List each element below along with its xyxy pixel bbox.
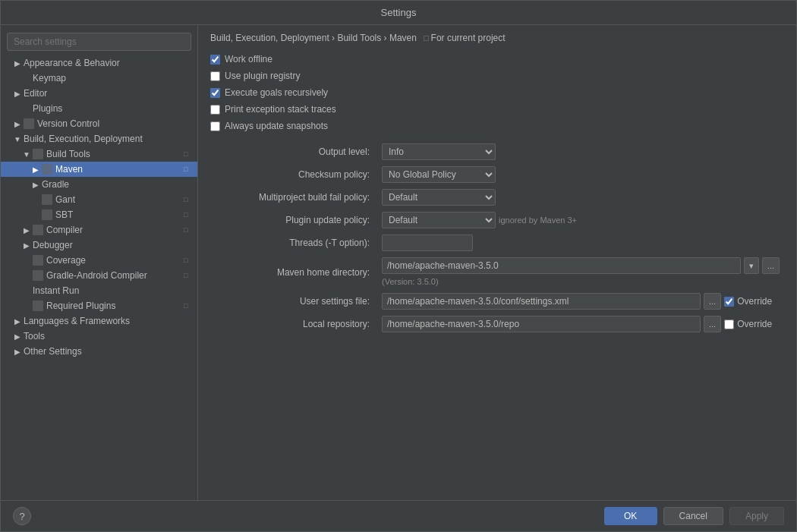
tree-item-label: Gradle-Android Compiler (46, 270, 147, 281)
work-offline-label[interactable]: Work offline (225, 54, 272, 65)
tree-item-icon (42, 209, 52, 220)
execute-goals-label[interactable]: Execute goals recursively (225, 87, 328, 98)
sidebar-item-tools[interactable]: ▶Tools (1, 329, 197, 344)
output-level-row: Output level: Info Debug Warning Error (210, 140, 784, 163)
plugin-update-row: Plugin update policy: Default Always Nev… (210, 209, 784, 231)
tree-item-icon (42, 164, 52, 175)
tree-item-label: Required Plugins (46, 301, 115, 311)
plugin-update-label: Plugin update policy: (210, 209, 377, 231)
sidebar-item-debugger[interactable]: ▶Debugger (1, 238, 197, 253)
tree-item-label: Instant Run (33, 285, 79, 296)
external-link-icon: □ (184, 211, 191, 219)
user-settings-input[interactable] (382, 293, 701, 310)
sidebar-item-editor[interactable]: ▶Editor (1, 86, 197, 101)
always-update-label[interactable]: Always update snapshots (225, 121, 328, 131)
user-settings-browse-btn[interactable]: ... (704, 293, 721, 310)
sidebar-item-maven[interactable]: ▶Maven□ (1, 162, 197, 177)
local-repo-input[interactable] (382, 316, 701, 332)
multiproject-wrap: Default Fail At End Never Fail Fail Fast (382, 189, 780, 206)
sidebar-item-keymap[interactable]: Keymap (1, 71, 197, 86)
sidebar-item-gradle[interactable]: ▶Gradle (1, 177, 197, 192)
maven-home-browse-btn[interactable]: ... (762, 257, 780, 274)
sidebar-item-other-settings[interactable]: ▶Other Settings (1, 344, 197, 359)
plugin-update-wrap: Default Always Never Daily ignored by Ma… (382, 212, 780, 228)
threads-cell (377, 231, 784, 254)
maven-home-dropdown-btn[interactable]: ▾ (744, 257, 759, 274)
print-exception-checkbox[interactable] (210, 105, 220, 115)
maven-home-cell: ▾ ... (Version: 3.5.0) (377, 254, 784, 290)
sidebar-item-plugins[interactable]: Plugins (1, 101, 197, 116)
user-settings-path-row: ... Override (382, 293, 780, 310)
tree-item-icon (33, 149, 43, 159)
maven-home-input[interactable] (382, 257, 741, 274)
execute-goals-checkbox[interactable] (210, 88, 220, 98)
sidebar-item-gant[interactable]: Gant□ (1, 192, 197, 207)
threads-input[interactable] (382, 235, 473, 251)
tree-arrow: ▶ (31, 165, 40, 174)
local-override-label[interactable]: Override (737, 319, 772, 329)
multiproject-select[interactable]: Default Fail At End Never Fail Fail Fast (382, 189, 496, 206)
help-button[interactable]: ? (13, 507, 31, 525)
checksum-cell: No Global Policy Fail Warn Ignore (377, 163, 784, 186)
tree-item-label: Tools (24, 331, 45, 342)
sidebar-item-version-control[interactable]: ▶Version Control (1, 116, 197, 131)
plugin-hint: ignored by Maven 3+ (499, 216, 577, 225)
maven-home-label: Maven home directory: (210, 254, 377, 290)
sidebar-item-sbt[interactable]: SBT□ (1, 207, 197, 222)
use-plugin-registry-checkbox[interactable] (210, 71, 220, 81)
user-override-label[interactable]: Override (737, 296, 772, 307)
print-exception-label[interactable]: Print exception stack traces (225, 104, 336, 115)
multiproject-cell: Default Fail At End Never Fail Fail Fast (377, 186, 784, 209)
use-plugin-registry-label[interactable]: Use plugin registry (225, 71, 300, 81)
ok-button[interactable]: OK (604, 507, 657, 525)
work-offline-checkbox[interactable] (210, 55, 220, 65)
sidebar-item-instant-run[interactable]: Instant Run (1, 283, 197, 298)
tree-arrow: ▶ (13, 90, 22, 98)
sidebar-item-build-tools[interactable]: ▼Build Tools□ (1, 146, 197, 162)
checksum-select[interactable]: No Global Policy Fail Warn Ignore (382, 166, 496, 183)
cancel-button[interactable]: Cancel (663, 507, 723, 525)
plugin-update-select[interactable]: Default Always Never Daily (382, 212, 496, 228)
project-icon: □ (424, 33, 429, 42)
checkboxes-container: Work offlineUse plugin registryExecute g… (210, 54, 784, 131)
sidebar-item-languages[interactable]: ▶Languages & Frameworks (1, 313, 197, 329)
project-label: For current project (431, 33, 506, 43)
sidebar-item-compiler[interactable]: ▶Compiler□ (1, 222, 197, 238)
multiproject-label: Multiproject build fail policy: (210, 186, 377, 209)
output-level-select[interactable]: Info Debug Warning Error (382, 143, 496, 160)
tree-item-label: Keymap (33, 73, 66, 83)
tree-arrow: ▼ (13, 135, 22, 143)
tree-item-label: Plugins (33, 103, 62, 114)
local-override-checkbox[interactable] (724, 320, 734, 329)
main-content: Build, Execution, Deployment › Build Too… (198, 25, 796, 500)
sidebar-item-coverage[interactable]: Coverage□ (1, 253, 197, 268)
checksum-wrap: No Global Policy Fail Warn Ignore (382, 166, 780, 183)
local-repo-label: Local repository: (210, 313, 377, 335)
apply-button[interactable]: Apply (729, 507, 784, 525)
sidebar-item-gradle-android[interactable]: Gradle-Android Compiler□ (1, 268, 197, 283)
tree-arrow: ▶ (31, 181, 40, 189)
user-override-checkbox[interactable] (724, 297, 734, 307)
search-input[interactable] (7, 33, 191, 51)
tree-item-label: Maven (55, 164, 83, 175)
tree-arrow: ▶ (13, 59, 22, 68)
tree-item-label: Editor (24, 88, 47, 99)
sidebar-item-appearance[interactable]: ▶Appearance & Behavior (1, 55, 197, 71)
external-link-icon: □ (184, 165, 191, 173)
form-table: Output level: Info Debug Warning Error (210, 140, 784, 335)
tree-item-label: Compiler (46, 225, 83, 235)
sidebar-item-required-plugins[interactable]: Required Plugins□ (1, 298, 197, 313)
always-update-checkbox[interactable] (210, 121, 220, 131)
tree-arrow: ▶ (22, 226, 31, 235)
tree-item-label: Languages & Frameworks (24, 316, 130, 326)
tree-item-label: Coverage (46, 255, 86, 266)
tree-item-icon (42, 194, 52, 205)
tree-item-label: Build Tools (46, 149, 90, 159)
external-link-icon: □ (184, 272, 191, 279)
checkbox-row-always-update: Always update snapshots (210, 121, 784, 131)
local-repo-browse-btn[interactable]: ... (704, 316, 721, 332)
external-link-icon: □ (184, 196, 191, 203)
checkbox-row-print-exception: Print exception stack traces (210, 104, 784, 115)
tree-item-icon (33, 255, 43, 266)
sidebar-item-build-execution[interactable]: ▼Build, Execution, Deployment (1, 131, 197, 146)
